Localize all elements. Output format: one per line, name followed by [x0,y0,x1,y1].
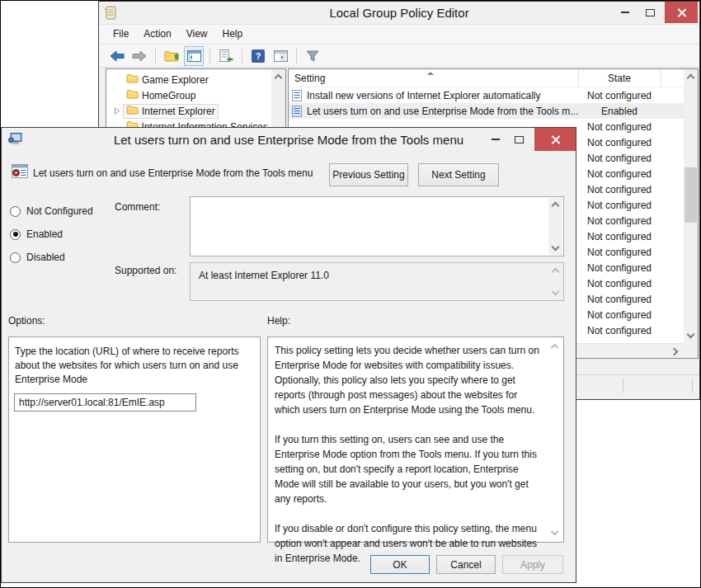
setting-state: Not configured [578,309,661,321]
up-one-level-button[interactable] [162,46,181,66]
statusbar-divider [623,379,623,393]
scroll-up-icon [552,268,560,276]
comment-input[interactable] [191,197,548,256]
radio-button-icon[interactable] [10,206,21,217]
dialog-minimize-button[interactable] [485,128,506,151]
window-title: Local Group Policy Editor [99,2,699,24]
ok-button[interactable]: OK [370,555,430,574]
close-button[interactable] [665,2,698,23]
radio-button-icon[interactable] [10,229,21,240]
filter-icon [306,50,319,62]
dialog-maximize-button[interactable] [508,128,529,151]
back-icon [110,50,125,62]
help-paragraph: If you turn this setting on, users can s… [275,432,543,506]
scrollbar-corner [684,343,698,358]
tree-item[interactable]: HomeGroup [106,87,271,103]
dialog-titlebar: Let users turn on and use Enterprise Mod… [2,128,576,152]
setting-state: Not configured [578,294,661,305]
maximize-icon [515,136,524,143]
list-header: Setting State [289,69,684,87]
supported-on-box: At least Internet Explorer 11.0 [190,262,564,301]
radio-button-icon[interactable] [10,252,21,263]
tree-items: Game Explorer HomeGroup [106,72,271,134]
setting-state: Not configured [578,121,661,133]
maximize-button[interactable] [638,2,661,23]
tree-item[interactable]: Game Explorer [106,72,271,87]
options-description: Type the location (URL) of where to rece… [15,345,256,387]
next-setting-button[interactable]: Next Setting [418,163,499,186]
scroll-up-icon[interactable] [551,344,559,352]
previous-setting-button[interactable]: Previous Setting [329,163,408,186]
policy-row[interactable]: Install new versions of Internet Explore… [289,87,684,103]
setting-state: Not configured [578,325,661,336]
scroll-up-icon[interactable] [275,74,283,82]
column-header-state[interactable]: State [578,73,661,84]
policy-row[interactable]: Let users turn on and use Enterprise Mod… [289,103,684,119]
help-icon: ? [252,49,265,63]
setting-state: Not configured [578,278,661,289]
setting-state: Not configured [578,200,661,211]
forward-button[interactable] [129,46,149,66]
report-url-input[interactable] [14,393,196,412]
toolbar-separator [155,49,156,64]
scroll-down-icon[interactable] [687,331,695,339]
dialog-close-button[interactable] [534,128,576,151]
setting-state: Enabled [578,106,661,117]
setting-state: Not configured [578,184,661,195]
scroll-down-icon[interactable] [552,243,560,252]
comment-scrollbar[interactable] [548,198,562,255]
show-action-pane-icon [274,50,288,62]
show-console-tree-icon [187,50,201,62]
menu-item[interactable]: Action [136,25,178,44]
menu-item[interactable]: Help [215,25,251,44]
help-button[interactable]: ? [248,46,268,66]
cancel-button[interactable]: Cancel [436,555,496,574]
scroll-down-icon[interactable] [551,528,559,536]
options-label: Options: [8,315,45,327]
radio-label: Disabled [26,252,65,263]
folder-icon [126,73,139,86]
forward-icon [132,50,147,62]
export-list-button[interactable] [216,46,236,66]
screenshot-canvas: Local Group Policy Editor FileActionView… [0,0,701,588]
radio-option[interactable]: Enabled [10,223,93,246]
supported-on-label: Supported on: [115,265,176,276]
up-one-level-icon [164,49,180,63]
scroll-up-icon[interactable] [687,74,695,82]
scrollbar-thumb[interactable] [685,167,697,223]
toolbar-separator [296,49,297,64]
options-panel: Type the location (URL) of where to rece… [8,336,261,543]
apply-button[interactable]: Apply [502,555,563,574]
statusbar-divider [692,379,693,393]
policy-setting-icon [292,106,303,117]
supported-on-value: At least Internet Explorer 11.0 [199,270,329,281]
radio-option[interactable]: Disabled [10,246,93,269]
sort-ascending-icon [427,72,434,75]
tree-item[interactable]: Internet Explorer [106,103,271,119]
setting-state: Not configured [578,247,661,258]
scroll-right-icon[interactable] [670,348,679,356]
setting-state: Not configured [578,153,661,164]
help-panel: This policy setting lets you decide whet… [267,336,564,543]
show-console-tree-button[interactable] [184,46,204,66]
export-list-icon [219,49,233,63]
minimize-icon [621,12,629,13]
list-vertical-scrollbar[interactable] [684,69,698,343]
minimize-button[interactable] [614,2,637,23]
scroll-down-icon [552,288,560,296]
menu-item[interactable]: View [179,25,215,44]
help-paragraph: This policy setting lets you decide whet… [275,343,543,417]
menu-bar: FileActionViewHelp [99,24,699,45]
scroll-up-icon[interactable] [552,202,560,210]
back-button[interactable] [107,46,127,66]
toolbar: ? [99,45,699,68]
radio-option[interactable]: Not Configured [10,200,93,223]
menu-item[interactable]: File [106,25,136,44]
column-divider[interactable] [661,69,661,87]
column-header-setting[interactable]: Setting [294,73,325,84]
close-icon [551,135,560,144]
show-action-pane-button[interactable] [271,46,290,66]
expander-icon[interactable] [114,107,123,115]
filter-button[interactable] [303,46,322,66]
setting-state: Not configured [578,168,661,180]
